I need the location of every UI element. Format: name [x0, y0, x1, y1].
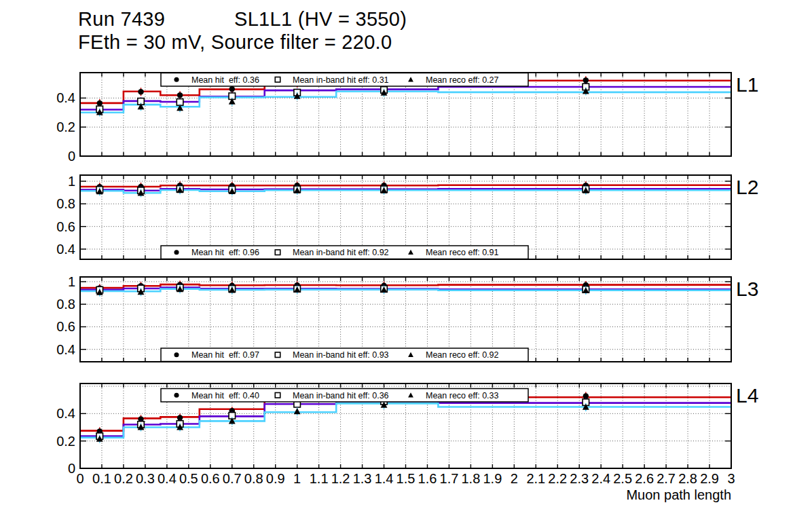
legend-l1: Mean hit eff: 0.36Mean in-band hit eff: … [161, 73, 528, 87]
y-tick-label: 1 [68, 174, 75, 189]
x-axis-tick-labels: 00.10.20.30.40.50.60.70.80.911.11.21.31.… [76, 471, 735, 486]
panel-l2: 0.40.60.81Mean hit eff: 0.96Mean in-band… [56, 174, 758, 259]
legend-entry-label: Mean in-band hit eff: 0.93 [293, 350, 389, 360]
legend-entry-label: Mean in-band hit eff: 0.31 [293, 75, 389, 85]
y-tick-label: 0.4 [56, 342, 75, 357]
x-tick-label: 2.8 [678, 471, 697, 486]
y-tick-label: 0.4 [56, 90, 75, 105]
efficiency-panels-chart: 00.20.4Mean hit eff: 0.36Mean in-band hi… [0, 0, 812, 524]
x-tick-label: 1 [293, 471, 301, 486]
panel-l3: 0.40.60.81Mean hit eff: 0.97Mean in-band… [56, 274, 758, 362]
panel-label-l4: L4 [736, 384, 758, 407]
x-tick-label: 0.7 [223, 471, 242, 486]
x-tick-label: 2.5 [613, 471, 632, 486]
legend-entry-label: Mean hit eff: 0.36 [191, 75, 259, 85]
x-tick-label: 2.3 [570, 471, 589, 486]
y-tick-label: 0.8 [56, 297, 75, 312]
y-tick-label: 0.8 [56, 196, 75, 211]
y-tick-label: 0 [68, 149, 75, 164]
x-tick-label: 0 [76, 471, 84, 486]
panel-label-l3: L3 [736, 278, 758, 300]
legend-l2: Mean hit eff: 0.96Mean in-band hit eff: … [161, 246, 528, 259]
x-tick-label: 0.2 [114, 471, 133, 486]
x-tick-label: 2.6 [635, 471, 654, 486]
y-tick-label: 0.4 [56, 406, 75, 421]
x-tick-label: 0.8 [244, 471, 263, 486]
y-tick-label: 0.6 [56, 319, 75, 334]
x-tick-label: 1.3 [353, 471, 372, 486]
x-tick-label: 0.5 [179, 471, 198, 486]
panel-l4: 00.20.4Mean hit eff: 0.40Mean in-band hi… [56, 383, 758, 476]
legend-entry-label: Mean reco eff: 0.33 [426, 391, 499, 400]
x-tick-label: 2.9 [700, 471, 719, 486]
x-tick-label: 2.4 [591, 471, 610, 486]
x-tick-label: 2.1 [526, 471, 545, 486]
panel-l1: 00.20.4Mean hit eff: 0.36Mean in-band hi… [56, 73, 758, 164]
panel-label-l1: L1 [736, 73, 758, 96]
x-tick-label: 2.7 [657, 471, 676, 486]
legend-entry-label: Mean reco eff: 0.27 [426, 75, 499, 85]
x-tick-label: 1.5 [396, 471, 416, 486]
x-tick-label: 1.9 [483, 471, 502, 486]
legend-entry-label: Mean reco eff: 0.92 [426, 350, 499, 360]
y-tick-label: 0 [68, 461, 75, 476]
x-tick-label: 0.9 [266, 471, 285, 486]
legend-entry-label: Mean hit eff: 0.97 [191, 350, 259, 360]
x-tick-label: 0.6 [201, 471, 220, 486]
x-tick-label: 3 [727, 471, 735, 486]
x-tick-label: 0.3 [136, 471, 155, 486]
x-tick-label: 1.8 [461, 471, 480, 486]
x-tick-label: 0.4 [158, 471, 177, 486]
legend-entry-label: Mean hit eff: 0.96 [191, 248, 259, 257]
y-tick-label: 1 [68, 274, 75, 289]
x-tick-label: 2.2 [548, 471, 567, 486]
x-tick-label: 1.4 [375, 471, 394, 486]
y-tick-label: 0.4 [56, 242, 75, 257]
y-tick-label: 0.2 [56, 119, 75, 134]
plot-canvas: Run 7439 SL1L1 (HV = 3550) FEth = 30 mV,… [0, 0, 812, 524]
x-tick-label: 0.1 [92, 471, 111, 486]
x-tick-label: 2 [511, 471, 518, 486]
x-tick-label: 1.1 [310, 471, 329, 486]
legend-l4: Mean hit eff: 0.40Mean in-band hit eff: … [161, 389, 528, 403]
legend-l3: Mean hit eff: 0.97Mean in-band hit eff: … [161, 348, 528, 362]
x-tick-label: 1.6 [418, 471, 437, 486]
x-axis-title: Muon path length [626, 487, 731, 503]
panel-label-l2: L2 [736, 176, 758, 198]
y-tick-label: 0.6 [56, 219, 75, 234]
y-tick-label: 0.2 [56, 434, 75, 449]
legend-entry-label: Mean in-band hit eff: 0.36 [293, 391, 389, 400]
legend-entry-label: Mean hit eff: 0.40 [191, 391, 259, 400]
legend-entry-label: Mean reco eff: 0.91 [426, 248, 499, 257]
x-tick-label: 1.7 [440, 471, 459, 486]
x-tick-label: 1.2 [331, 471, 350, 486]
legend-entry-label: Mean in-band hit eff: 0.92 [293, 248, 389, 257]
